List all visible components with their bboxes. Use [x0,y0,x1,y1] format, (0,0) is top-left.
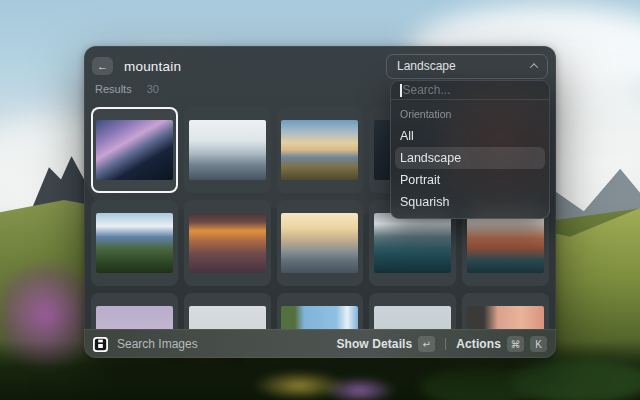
command-key-icon: ⌘ [507,336,524,352]
image-thumbnail [96,306,173,329]
actions-button[interactable]: Actions [456,337,501,351]
footer-divider [445,338,446,350]
image-thumbnail [189,120,266,180]
image-result-cell-night-milky-way-mountains[interactable] [91,107,178,193]
image-search-window: ← mountain Landscape Results 30 Search..… [84,46,556,358]
dropdown-options-list: AllLandscapePortraitSquarish [391,123,549,218]
dropdown-section-label: Orientation [391,100,549,123]
k-key-icon: K [530,336,547,352]
image-thumbnail [281,120,358,180]
results-label: Results [95,83,132,95]
filter-button-label: Landscape [397,59,456,73]
image-result-cell-lavender-sky[interactable] [91,293,178,329]
back-arrow-icon: ← [97,58,108,75]
results-count: 30 [147,83,159,95]
image-thumbnail [467,213,544,273]
dropdown-search-placeholder: Search... [403,83,451,97]
image-thumbnail [189,306,266,329]
chevron-up-icon [530,63,538,71]
dropdown-option-squarish[interactable]: Squarish [395,191,545,213]
wallpaper-yellow-flowers [252,370,347,400]
image-thumbnail [96,120,173,180]
orientation-filter-button[interactable]: Landscape [386,54,548,79]
image-result-cell-green-cliff-blue-sky[interactable] [277,293,364,329]
window-header: ← mountain Landscape [92,53,548,79]
image-result-cell-pale-blue-sky[interactable] [369,293,456,329]
image-result-cell-pale-cloudy-sky[interactable] [184,293,271,329]
image-thumbnail [374,306,451,329]
orientation-dropdown-panel: Search... Orientation AllLandscapePortra… [390,80,550,219]
image-result-cell-forest-valley-peaks[interactable] [91,200,178,286]
image-result-cell-hazy-sunset-ridges[interactable] [277,200,364,286]
search-query-input[interactable]: mountain [124,59,181,74]
dropdown-option-portrait[interactable]: Portrait [395,169,545,191]
desktop: ← mountain Landscape Results 30 Search..… [0,0,640,400]
image-thumbnail [374,213,451,273]
image-thumbnail [467,306,544,329]
dropdown-search-input[interactable]: Search... [391,81,549,99]
enter-key-icon: ↵ [418,336,435,352]
image-thumbnail [281,213,358,273]
results-bar: Results 30 [95,82,159,96]
dropdown-option-all[interactable]: All [395,125,545,147]
image-result-cell-snowy-peaks-clouds[interactable] [184,107,271,193]
image-result-cell-pink-sunset-rock[interactable] [462,293,549,329]
show-details-button[interactable]: Show Details [336,337,412,351]
extension-name: Search Images [117,337,198,351]
unsplash-logo-icon [93,337,108,352]
text-caret [400,84,402,97]
window-footer: Search Images Show Details ↵ Actions ⌘ K [84,329,556,358]
image-result-cell-sunlit-rock-spires[interactable] [184,200,271,286]
image-thumbnail [96,213,173,273]
dropdown-option-landscape[interactable]: Landscape [395,147,545,169]
image-result-cell-sunset-lake-mountains[interactable] [277,107,364,193]
wallpaper-bush [510,358,640,400]
image-thumbnail [189,213,266,273]
image-thumbnail [281,306,358,329]
back-button[interactable]: ← [92,57,113,75]
